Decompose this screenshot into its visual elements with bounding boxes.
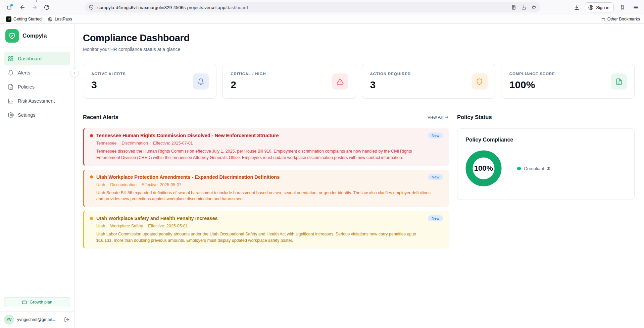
reload-icon[interactable]	[42, 2, 52, 12]
page-subtitle: Monitor your HR compliance status at a g…	[83, 47, 635, 52]
browser-toolbar: compyla-d4rmgc6vt-maxmargolin329-4506s-p…	[0, 0, 644, 15]
globe-icon	[48, 17, 53, 22]
stat-value: 100%	[509, 79, 626, 91]
view-all-link[interactable]: View All	[428, 115, 449, 120]
alert-title: Utah Workplace Protection Amendments - E…	[96, 174, 425, 180]
gear-icon	[8, 112, 14, 118]
notification-dot	[10, 4, 13, 6]
recent-alerts-section: Recent Alerts View All Tennessee Human R…	[83, 114, 449, 253]
sign-in-button[interactable]: Sign in	[585, 2, 614, 12]
forward-icon[interactable]	[30, 2, 40, 12]
reader-view-icon[interactable]	[509, 3, 518, 12]
bookmark-star-icon[interactable]	[530, 3, 538, 12]
user-row[interactable]: YV yvngrichmf@gmail....	[0, 311, 74, 328]
stat-card-active-alerts: ACTIVE ALERTS 3	[83, 64, 216, 99]
legend-label: Compliant	[524, 166, 544, 171]
sidebar: Compyla Dashboard Alerts Policies Risk A…	[0, 24, 75, 328]
view-all-label: View All	[428, 115, 443, 120]
new-badge: New	[428, 215, 443, 221]
bookmark-lastpass[interactable]: LastPass	[46, 16, 74, 22]
back-icon[interactable]	[17, 2, 28, 12]
other-bookmarks[interactable]: Other Bookmarks	[600, 17, 640, 22]
folder-icon	[600, 17, 605, 22]
legend-value: 2	[547, 166, 550, 171]
bar-chart-icon	[8, 98, 14, 104]
extension-icon[interactable]	[617, 2, 627, 12]
recent-alerts-title: Recent Alerts	[83, 114, 118, 120]
file-text-icon	[611, 73, 627, 90]
stat-card-action-required: ACTION REQUIRED 3	[362, 64, 495, 99]
alert-state: Utah	[96, 224, 105, 228]
logout-icon[interactable]	[64, 317, 69, 322]
stat-value: 3	[370, 79, 487, 91]
stat-label: CRITICAL / HIGH	[231, 72, 347, 76]
downloads-icon[interactable]	[572, 2, 582, 12]
sidebar-item-label: Risk Assessment	[18, 98, 55, 104]
new-badge: New	[428, 174, 443, 180]
sidebar-item-risk-assessment[interactable]: Risk Assessment	[4, 94, 70, 108]
url-path: /dashboard	[225, 5, 248, 10]
getting-started-favicon	[6, 16, 11, 22]
sign-in-label: Sign in	[596, 5, 609, 10]
sidebar-item-settings[interactable]: Settings	[4, 108, 70, 122]
page-title: Compliance Dashboard	[83, 33, 635, 44]
sidebar-item-label: Policies	[18, 84, 35, 90]
alert-list: Tennessee Human Rights Commission Dissol…	[83, 128, 449, 249]
alert-category: Workplace Safety	[110, 224, 143, 228]
shield-permissions-icon[interactable]	[89, 5, 94, 10]
file-icon	[8, 84, 14, 90]
bookmark-getting-started[interactable]: Getting Started	[4, 16, 44, 22]
alert-meta: Utah Workplace Safety Effective: 2025-05…	[90, 224, 443, 228]
credit-card-icon	[22, 300, 27, 305]
sidebar-item-alerts[interactable]: Alerts	[4, 66, 70, 79]
stat-label: ACTIVE ALERTS	[91, 72, 208, 76]
growth-plan-label: Growth plan	[30, 300, 52, 305]
legend-dot	[517, 167, 521, 170]
policy-compliance-card: Policy Compliance 100% Compliant 2	[457, 128, 635, 200]
menu-icon[interactable]	[631, 2, 641, 12]
alert-effective-date: Effective: 2025-05-07	[142, 182, 182, 187]
alert-description: Utah Senate Bill 86 expanded definitions…	[90, 190, 432, 203]
stat-card-compliance-score: COMPLIANCE SCORE 100%	[501, 64, 635, 99]
sidebar-item-label: Dashboard	[18, 56, 42, 61]
alert-description: Tennessee dissolved the Human Rights Com…	[90, 148, 432, 161]
alert-effective-date: Effective: 2025-05-01	[148, 224, 188, 228]
alert-card[interactable]: Tennessee Human Rights Commission Dissol…	[83, 128, 449, 166]
user-email: yvngrichmf@gmail....	[17, 317, 61, 322]
donut-percent: 100%	[465, 150, 502, 186]
brand-name: Compyla	[22, 33, 47, 39]
alert-effective-date: Effective: 2025-07-01	[153, 141, 193, 146]
stat-card-critical-high: CRITICAL / HIGH 2	[222, 64, 356, 99]
avatar: YV	[4, 315, 14, 325]
stat-value: 3	[91, 79, 208, 91]
firefox-view-icon[interactable]	[4, 2, 14, 12]
other-bookmarks-label: Other Bookmarks	[607, 17, 640, 21]
alert-card[interactable]: Utah Workplace Protection Amendments - E…	[83, 170, 449, 207]
save-page-icon[interactable]	[519, 3, 528, 12]
policy-card-title: Policy Compliance	[465, 137, 626, 143]
alert-title: Tennessee Human Rights Commission Dissol…	[96, 133, 425, 138]
policy-status-section: Policy Status Policy Compliance 100% Com…	[457, 114, 635, 200]
url-bar[interactable]: compyla-d4rmgc6vt-maxmargolin329-4506s-p…	[85, 2, 540, 12]
sidebar-item-dashboard[interactable]: Dashboard	[4, 52, 70, 65]
stat-label: ACTION REQUIRED	[370, 72, 487, 76]
alert-meta: Tennessee Discrimination Effective: 2025…	[90, 141, 443, 146]
policy-status-title: Policy Status	[457, 114, 635, 120]
sidebar-collapse-button[interactable]: ‹	[70, 68, 79, 77]
url-host: compyla-d4rmgc6vt-maxmargolin329-4506s-p…	[97, 5, 225, 10]
bookmarks-bar: Getting Started LastPass Other Bookmarks	[0, 15, 644, 24]
sidebar-nav: Dashboard Alerts Policies Risk Assessmen…	[0, 48, 74, 122]
severity-dot	[90, 134, 93, 137]
bell-icon	[193, 73, 209, 90]
severity-dot	[90, 217, 93, 220]
stats-row: ACTIVE ALERTS 3 CRITICAL / HIGH 2 ACTION…	[83, 64, 635, 99]
alert-card[interactable]: Utah Workplace Safety and Health Penalty…	[83, 211, 449, 249]
sidebar-item-label: Alerts	[18, 70, 30, 75]
alert-title: Utah Workplace Safety and Health Penalty…	[96, 216, 425, 221]
account-icon	[588, 5, 594, 10]
new-badge: New	[428, 132, 443, 139]
main-content: Compliance Dashboard Monitor your HR com…	[75, 24, 644, 328]
sidebar-item-policies[interactable]: Policies	[4, 80, 70, 94]
sidebar-item-label: Settings	[18, 112, 35, 118]
growth-plan-button[interactable]: Growth plan	[4, 297, 70, 307]
